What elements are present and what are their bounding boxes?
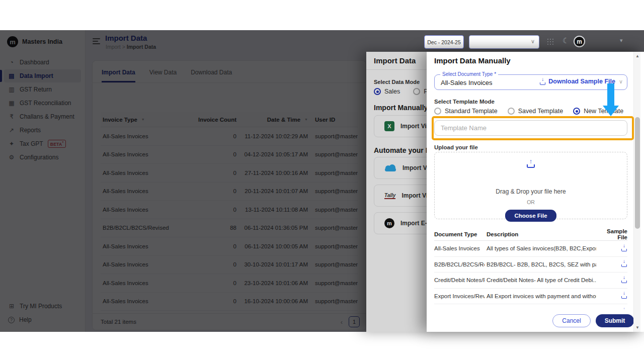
- download-sample-file-link[interactable]: Download Sample File: [548, 78, 615, 85]
- radio-icon: [508, 108, 515, 115]
- import-data-manually-drawer: Import Data Manually Select Document Typ…: [427, 52, 644, 332]
- dark-mode-icon[interactable]: ☾: [562, 36, 569, 45]
- scrollbar-thumb[interactable]: [635, 117, 640, 229]
- panel-title: Import Data: [374, 56, 416, 65]
- template-name-input[interactable]: [434, 120, 627, 136]
- dropzone-text: Drag & Drop your file here: [435, 188, 627, 195]
- period-selector-button[interactable]: Dec - 2024-25: [424, 35, 464, 49]
- user-avatar[interactable]: m: [574, 36, 585, 47]
- ftp-cloud-icon: [384, 164, 396, 171]
- doc-table-row: Credit/Debit Notes/Revised Credit/Debit …: [434, 273, 627, 289]
- radio-saved-template[interactable]: Saved Template: [508, 108, 563, 115]
- doc-table-header: Document Type Description Sample File: [434, 228, 627, 241]
- sample-download-icon[interactable]: ↓: [621, 292, 627, 299]
- radio-sales[interactable]: Sales: [374, 88, 400, 95]
- drawer-footer: Cancel Submit: [427, 310, 644, 332]
- choose-file-button[interactable]: Choose File: [505, 210, 556, 222]
- radio-standard-template[interactable]: Standard Template: [434, 108, 498, 115]
- document-type-value: All-Sales Invoices: [441, 79, 493, 86]
- scroll-up-icon[interactable]: ▲: [634, 54, 641, 58]
- tally-icon: Tally: [384, 193, 395, 199]
- scroll-down-icon[interactable]: ▼: [634, 325, 641, 330]
- document-type-label: Select Document Type *: [440, 71, 498, 77]
- template-mode-label: Select Template Mode: [434, 99, 495, 105]
- document-types-table: Document Type Description Sample File Al…: [434, 228, 627, 309]
- cancel-button[interactable]: Cancel: [552, 314, 591, 327]
- sample-download-icon[interactable]: ↓: [621, 245, 627, 251]
- radio-icon: [573, 108, 580, 115]
- radio-icon: [434, 108, 441, 115]
- upload-icon: ↑: [526, 159, 535, 168]
- e-invoice-icon: m: [384, 218, 394, 228]
- gstin-select[interactable]: ∨: [469, 35, 539, 49]
- header-controls: Dec - 2024-25 ∨ ☾ m ▾: [418, 30, 644, 52]
- doc-table-row: Vouchers/Revised All Registered Refund v…: [434, 304, 627, 309]
- chevron-down-icon: ∨: [531, 38, 535, 45]
- sample-download-icon[interactable]: ↓: [621, 260, 627, 267]
- screen: m Masters India ◔ Dashboard ▤ Data Impor…: [0, 0, 644, 362]
- excel-icon: X: [384, 121, 394, 131]
- apps-grid-icon[interactable]: [547, 39, 553, 45]
- doc-table-row: B2B/B2CL/B2CS/Revised B2B/B2CL- B2B, B2C…: [434, 257, 627, 273]
- upload-file-label: Upload your file: [434, 144, 478, 150]
- drawer-title: Import Data Manually: [434, 56, 511, 65]
- template-mode-radios: Standard Template Saved Template New Tem…: [434, 108, 623, 115]
- radio-icon: [413, 88, 420, 95]
- doc-table-row: Export Invoices/Revised All Export invoi…: [434, 289, 627, 305]
- chevron-down-icon: ∨: [619, 78, 623, 85]
- sample-download-icon[interactable]: ↓: [621, 308, 627, 309]
- doc-table-row: All-Sales Invoices All types of Sales in…: [434, 241, 627, 257]
- sample-download-icon[interactable]: ↓: [621, 277, 627, 283]
- caret-down-icon[interactable]: ▾: [620, 37, 623, 44]
- drawer-scrollbar[interactable]: ▲ ▼: [633, 52, 640, 332]
- submit-button[interactable]: Submit: [596, 314, 634, 327]
- document-type-select[interactable]: Select Document Type * All-Sales Invoice…: [434, 74, 627, 90]
- file-dropzone[interactable]: ↑ Drag & Drop your file here OR Choose F…: [434, 152, 627, 219]
- data-mode-label: Select Data Mode: [374, 79, 420, 85]
- radio-new-template[interactable]: New Template: [573, 108, 623, 115]
- download-icon: ↓: [539, 78, 546, 85]
- dropzone-or: OR: [435, 199, 627, 205]
- radio-icon: [374, 88, 381, 95]
- import-manually-heading: Import Manually: [374, 104, 428, 112]
